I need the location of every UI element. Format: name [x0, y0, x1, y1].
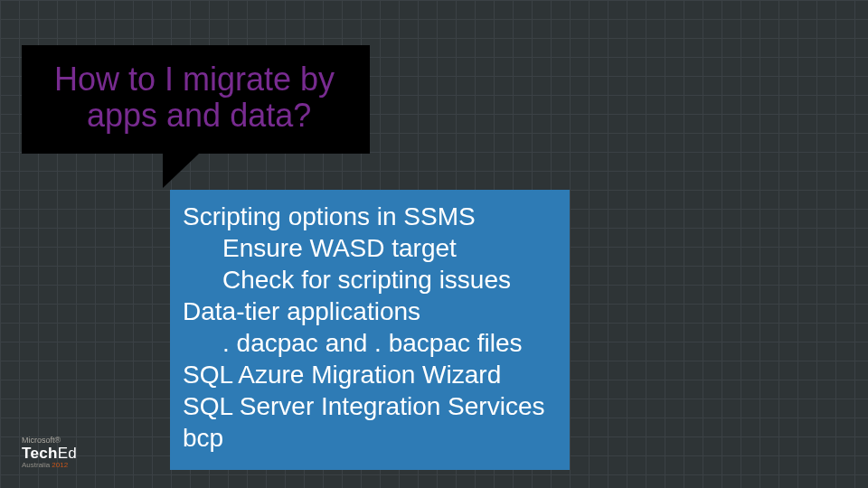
brand-product-suffix: Ed [58, 445, 77, 462]
slide: How to I migrate by apps and data? Scrip… [0, 0, 868, 488]
answer-line: . dacpac and . bacpac files [183, 327, 557, 359]
brand-region-line: Australia 2012 [22, 462, 77, 470]
brand-region: Australia [22, 461, 50, 469]
brand-block: Microsoft® TechEd Australia 2012 [22, 436, 77, 470]
answer-line: SQL Azure Migration Wizard [183, 359, 557, 390]
brand-product: TechEd [22, 446, 77, 463]
brand-product-prefix: Tech [22, 445, 58, 462]
answer-line: Check for scripting issues [183, 264, 557, 296]
answer-line: Ensure WASD target [183, 232, 557, 264]
answer-line: Data-tier applications [183, 296, 557, 327]
answer-line: bcp [183, 422, 557, 454]
speech-bubble-tail-icon [163, 154, 199, 188]
answer-line: Scripting options in SSMS [183, 201, 557, 232]
answer-line: SQL Server Integration Services [183, 390, 557, 422]
question-bubble: How to I migrate by apps and data? [22, 45, 370, 154]
answer-box: Scripting options in SSMS Ensure WASD ta… [170, 190, 570, 470]
brand-year: 2012 [52, 461, 68, 469]
question-line-1: How to I migrate by [54, 61, 346, 98]
question-line-2: apps and data? [54, 98, 346, 134]
